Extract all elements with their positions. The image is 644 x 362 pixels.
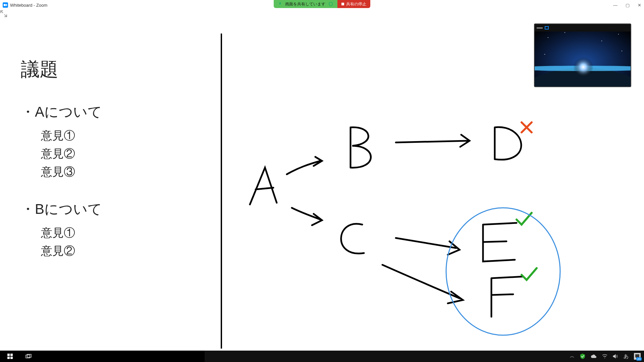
window-maximize-button[interactable]: ▢ xyxy=(626,3,630,8)
window-close-button[interactable]: ✕ xyxy=(638,3,641,8)
taskbar-app-area xyxy=(37,351,205,362)
share-status[interactable]: 画面を共有しています xyxy=(274,0,337,8)
drawn-arrow xyxy=(292,208,322,225)
drawn-letter-d xyxy=(495,127,521,160)
zoom-logo-icon xyxy=(3,2,8,8)
earth-thumbnail-image xyxy=(535,24,631,87)
drawn-letter-c xyxy=(341,224,364,254)
wifi-icon[interactable] xyxy=(602,354,607,359)
notification-badge: 20 xyxy=(636,357,642,361)
stamp-check-icon xyxy=(522,268,537,280)
self-view-video[interactable] xyxy=(534,23,631,87)
svg-rect-12 xyxy=(7,357,10,359)
drawn-letter-f xyxy=(491,277,523,317)
start-button[interactable] xyxy=(0,351,20,362)
svg-rect-14 xyxy=(26,355,30,358)
minimize-self-view-icon[interactable] xyxy=(537,27,543,28)
windows-taskbar: ︿ あ 20 xyxy=(0,351,644,362)
stamp-x-icon xyxy=(522,122,532,132)
task-view-button[interactable] xyxy=(20,351,37,362)
svg-rect-11 xyxy=(10,354,13,356)
self-view-controls xyxy=(535,24,631,32)
onedrive-cloud-icon[interactable] xyxy=(591,354,597,358)
stop-share-label: 共有の停止 xyxy=(346,1,366,7)
svg-point-3 xyxy=(573,57,593,77)
ime-indicator[interactable]: あ xyxy=(624,353,629,360)
stop-icon xyxy=(341,3,344,5)
window-minimize-button[interactable]: — xyxy=(613,3,618,8)
drawn-letter-a xyxy=(250,168,277,204)
drawn-letter-b xyxy=(351,127,371,168)
shield-icon xyxy=(329,2,333,6)
drawn-arrow xyxy=(396,135,470,147)
window-title: Whiteboard - Zoom xyxy=(10,3,47,8)
expand-icon[interactable] xyxy=(0,10,7,17)
svg-point-6 xyxy=(601,41,602,41)
drawn-circle xyxy=(446,208,560,335)
security-shield-icon[interactable] xyxy=(580,354,585,359)
tray-chevron-icon[interactable]: ︿ xyxy=(570,353,575,359)
volume-icon[interactable] xyxy=(613,354,618,359)
share-status-text: 画面を共有しています xyxy=(285,1,325,7)
layout-self-view-icon[interactable] xyxy=(545,26,549,29)
svg-point-9 xyxy=(622,51,622,51)
action-center-icon[interactable]: 20 xyxy=(634,353,641,360)
drawn-arrow xyxy=(396,238,460,255)
system-tray: ︿ あ 20 xyxy=(570,353,644,360)
svg-point-4 xyxy=(548,37,548,38)
drawn-letter-e xyxy=(483,223,517,261)
svg-point-8 xyxy=(544,54,545,55)
pin-icon xyxy=(278,2,282,6)
svg-point-5 xyxy=(565,32,565,33)
svg-point-7 xyxy=(618,34,619,35)
share-status-bar: 画面を共有しています 共有の停止 xyxy=(274,0,370,8)
svg-rect-10 xyxy=(7,354,10,356)
drawn-arrow xyxy=(287,157,322,174)
svg-rect-13 xyxy=(10,357,13,359)
stop-share-button[interactable]: 共有の停止 xyxy=(337,0,370,8)
svg-rect-15 xyxy=(27,354,31,357)
